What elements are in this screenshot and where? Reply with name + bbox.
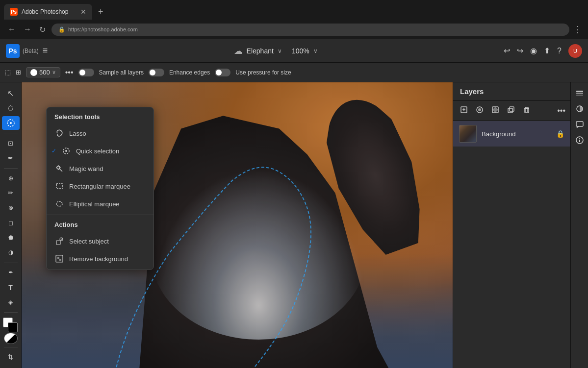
enhance-edges-toggle[interactable] bbox=[149, 69, 164, 76]
brush-tool-button[interactable]: ✏ bbox=[2, 186, 20, 200]
svg-rect-16 bbox=[57, 257, 59, 259]
sample-all-knob bbox=[79, 70, 85, 75]
forward-button[interactable]: → bbox=[22, 23, 33, 36]
toolbar-divider3 bbox=[4, 263, 18, 263]
add-mask-button[interactable] bbox=[474, 104, 486, 118]
magic-wand-label: Magic wand bbox=[69, 165, 103, 172]
left-toolbar: ↖ ⬠ ⊡ ✒ ⊕ ✏ ⊗ ◻ ⬟ ◑ ✒ T ◈ bbox=[0, 82, 22, 368]
ellip-marquee-item[interactable]: Elliptical marquee bbox=[47, 195, 153, 213]
quick-selection-label: Quick selection bbox=[76, 147, 119, 155]
sample-all-toggle[interactable] bbox=[78, 69, 94, 76]
brush-size-chevron: ∨ bbox=[52, 69, 56, 75]
undo-button[interactable]: ↩ bbox=[504, 46, 510, 55]
smart-object-button[interactable] bbox=[505, 104, 517, 118]
discover-button[interactable]: ◉ bbox=[530, 46, 537, 55]
lasso-tool-item[interactable]: Lasso bbox=[47, 124, 153, 142]
lasso-icon bbox=[54, 128, 64, 138]
beta-label: (Beta) bbox=[23, 48, 39, 54]
clone-tool-button[interactable]: ⊗ bbox=[2, 201, 20, 215]
ellip-marquee-icon bbox=[54, 199, 64, 209]
adjustment-layer-button[interactable] bbox=[489, 104, 501, 118]
brush-size-control[interactable]: 500 ∨ bbox=[26, 67, 60, 77]
selection-dropdown: Selection tools Lasso ✓ bbox=[46, 107, 154, 270]
adjustments-icon-button[interactable] bbox=[573, 102, 587, 116]
enhance-edges-knob bbox=[150, 70, 155, 75]
layer-name: Background bbox=[482, 130, 551, 138]
svg-point-34 bbox=[579, 138, 580, 139]
crop-tool-button[interactable]: ⊡ bbox=[2, 136, 20, 150]
selection-tools-title: Selection tools bbox=[47, 107, 153, 124]
add-selection-icon: ⊞ bbox=[16, 69, 21, 76]
toolbar-right: ↩ ↪ ◉ ⬆ ? U bbox=[504, 44, 582, 58]
background-layer-item[interactable]: Background 🔒 bbox=[453, 121, 570, 147]
browser-menu-button[interactable]: ⋮ bbox=[573, 24, 582, 35]
redo-button[interactable]: ↪ bbox=[517, 46, 523, 55]
sort-tool-button[interactable]: ⇅ bbox=[2, 350, 20, 364]
tab-favicon: Ps bbox=[10, 8, 18, 16]
share-button[interactable]: ⬆ bbox=[544, 46, 550, 55]
new-tab-button[interactable]: + bbox=[94, 5, 107, 19]
comments-icon-button[interactable] bbox=[573, 118, 587, 131]
tab-title: Adobe Photoshop bbox=[22, 8, 77, 15]
new-selection-icon: ⬚ bbox=[5, 69, 11, 76]
polygon-tool-button[interactable]: ⬠ bbox=[2, 101, 20, 115]
url-bar[interactable]: 🔒 https://photoshop.adobe.com bbox=[51, 24, 569, 36]
eraser-tool-button[interactable]: ◻ bbox=[2, 216, 20, 229]
pressure-label: Use pressure for size bbox=[235, 69, 291, 76]
rect-marquee-item[interactable]: Rectangular marquee bbox=[47, 177, 153, 195]
active-tab[interactable]: Ps Adobe Photoshop ✕ bbox=[4, 4, 92, 20]
file-name: Elephant bbox=[247, 47, 274, 55]
layer-thumbnail bbox=[459, 125, 477, 143]
remove-background-item[interactable]: Remove background bbox=[47, 250, 153, 270]
blend-mode-button[interactable] bbox=[4, 333, 18, 343]
gradient-tool-button[interactable]: ⬟ bbox=[2, 231, 20, 245]
svg-point-1 bbox=[10, 122, 12, 124]
rect-marquee-label: Rectangular marquee bbox=[69, 183, 130, 190]
browser-chrome: Ps Adobe Photoshop ✕ + ← → ↻ 🔒 https://p… bbox=[0, 0, 588, 39]
layers-panel-title: Layers bbox=[453, 82, 570, 101]
dodge-tool-button[interactable]: ◑ bbox=[2, 245, 20, 259]
add-selection-button[interactable]: ⊞ bbox=[16, 69, 21, 76]
help-button[interactable]: ? bbox=[557, 47, 562, 55]
quick-selection-tool-button[interactable] bbox=[2, 116, 20, 130]
svg-line-4 bbox=[59, 169, 62, 172]
app-toolbar: Ps (Beta) ≡ ☁ Elephant ∨ 100% ∨ ↩ ↪ ◉ ⬆ … bbox=[0, 39, 588, 63]
file-chevron-icon[interactable]: ∨ bbox=[278, 48, 282, 54]
pen-tool-button[interactable]: ✒ bbox=[2, 266, 20, 279]
svg-rect-10 bbox=[56, 184, 62, 189]
layers-icon-button[interactable] bbox=[573, 86, 587, 100]
shape-tool-button[interactable]: ◈ bbox=[2, 295, 20, 309]
quick-selection-item[interactable]: ✓ Quick selection bbox=[47, 142, 153, 160]
new-selection-button[interactable]: ⬚ bbox=[5, 69, 11, 76]
delete-layer-button[interactable] bbox=[521, 104, 533, 118]
brush-size-value: 500 bbox=[39, 69, 50, 76]
quick-selection-icon bbox=[6, 119, 15, 127]
ps-logo: Ps bbox=[6, 44, 20, 58]
lasso-label: Lasso bbox=[69, 130, 86, 137]
more-options-button[interactable]: ••• bbox=[65, 68, 74, 77]
color-swatches[interactable] bbox=[3, 318, 19, 330]
info-icon-button[interactable] bbox=[573, 133, 587, 147]
canvas-area: Selection tools Lasso ✓ bbox=[22, 82, 453, 368]
select-subject-item[interactable]: Select subject bbox=[47, 232, 153, 250]
type-tool-button[interactable]: T bbox=[2, 281, 20, 294]
refresh-button[interactable]: ↻ bbox=[37, 23, 48, 36]
pressure-toggle[interactable] bbox=[215, 69, 230, 76]
enhance-edges-label: Enhance edges bbox=[169, 69, 210, 76]
rect-marquee-icon bbox=[54, 181, 64, 191]
background-color bbox=[8, 322, 18, 332]
move-tool-button[interactable]: ↖ bbox=[2, 86, 20, 100]
magic-wand-item[interactable]: Magic wand bbox=[47, 160, 153, 177]
eyedropper-tool-button[interactable]: ✒ bbox=[2, 151, 20, 165]
new-layer-button[interactable] bbox=[458, 104, 470, 118]
hamburger-menu-button[interactable]: ≡ bbox=[43, 46, 48, 56]
heal-tool-button[interactable]: ⊕ bbox=[2, 171, 20, 185]
back-button[interactable]: ← bbox=[6, 23, 18, 36]
zoom-chevron-icon[interactable]: ∨ bbox=[313, 48, 318, 54]
toolbar-center: ☁ Elephant ∨ 100% ∨ bbox=[48, 46, 504, 56]
tab-close-button[interactable]: ✕ bbox=[80, 8, 86, 16]
panel-more-button[interactable]: ••• bbox=[557, 106, 565, 115]
avatar[interactable]: U bbox=[568, 44, 582, 58]
svg-rect-25 bbox=[510, 107, 514, 111]
remove-background-label: Remove background bbox=[69, 255, 128, 263]
